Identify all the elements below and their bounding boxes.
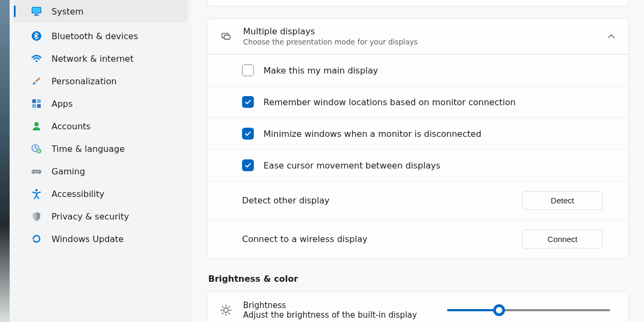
multiple-displays-header[interactable]: Multiple displays Choose the presentatio… xyxy=(208,19,628,54)
svg-rect-9 xyxy=(32,104,36,108)
sidebar-item-label: Network & internet xyxy=(52,54,134,64)
row-connect: Connect to a wireless display Connect xyxy=(208,219,628,258)
svg-rect-3 xyxy=(34,15,39,16)
sidebar-item-system[interactable]: System xyxy=(13,0,188,23)
sidebar-item-accounts[interactable]: Accounts xyxy=(10,115,191,137)
label-main-display: Make this my main display xyxy=(264,65,616,76)
sun-icon xyxy=(219,304,232,317)
clock-globe-icon xyxy=(31,143,42,154)
svg-rect-7 xyxy=(32,99,36,103)
sidebar-item-windows-update[interactable]: Windows Update xyxy=(10,228,191,250)
sidebar-item-accessibility[interactable]: Accessibility xyxy=(10,182,191,205)
sidebar-item-privacy[interactable]: Privacy & security xyxy=(10,205,191,228)
row-minimize-disconnect: Minimize windows when a monitor is disco… xyxy=(208,118,628,149)
svg-line-24 xyxy=(222,306,223,308)
slider-thumb[interactable] xyxy=(493,304,505,316)
svg-rect-8 xyxy=(37,99,41,103)
bluetooth-icon xyxy=(31,31,42,41)
svg-rect-6 xyxy=(35,77,40,83)
svg-line-25 xyxy=(229,313,230,314)
chevron-up-icon xyxy=(607,32,616,41)
displays-icon xyxy=(221,31,231,42)
multiple-displays-subtitle: Choose the presentation mode for your di… xyxy=(243,38,595,46)
accessibility-icon xyxy=(31,188,42,199)
brightness-subtitle: Adjust the brightness of the built-in di… xyxy=(243,310,436,320)
sidebar-item-label: Windows Update xyxy=(52,234,123,244)
brightness-color-heading: Brightness & color xyxy=(208,274,629,284)
monitor-icon xyxy=(31,6,42,17)
svg-rect-10 xyxy=(37,104,41,108)
label-remember-windows: Remember window locations based on monit… xyxy=(264,97,616,107)
svg-point-14 xyxy=(34,171,35,172)
settings-sidebar: System Bluetooth & devices Network & int… xyxy=(10,0,191,322)
svg-point-16 xyxy=(35,189,38,191)
sidebar-item-label: Gaming xyxy=(52,166,85,177)
sidebar-item-label: System xyxy=(52,6,84,17)
settings-main: Multiple displays Choose the presentatio… xyxy=(191,0,644,322)
svg-rect-2 xyxy=(35,14,38,15)
sidebar-item-label: Personalization xyxy=(52,76,116,86)
svg-line-27 xyxy=(229,306,230,308)
apps-icon xyxy=(31,98,42,109)
label-ease-cursor: Ease cursor movement between displays xyxy=(264,160,616,171)
checkbox-ease-cursor[interactable] xyxy=(242,159,254,171)
svg-point-15 xyxy=(38,171,39,172)
connect-button[interactable]: Connect xyxy=(522,230,603,248)
row-main-display: Make this my main display xyxy=(208,54,628,86)
label-connect: Connect to a wireless display xyxy=(242,234,513,244)
update-icon xyxy=(31,233,42,244)
wifi-icon xyxy=(31,53,42,64)
sidebar-item-bluetooth[interactable]: Bluetooth & devices xyxy=(10,25,191,47)
label-detect: Detect other display xyxy=(242,195,513,206)
multiple-displays-card: Multiple displays Choose the presentatio… xyxy=(207,18,629,259)
checkbox-main-display[interactable] xyxy=(242,64,254,76)
svg-line-26 xyxy=(222,313,223,314)
sidebar-item-label: Accessibility xyxy=(52,189,104,199)
sidebar-item-apps[interactable]: Apps xyxy=(10,92,191,115)
sidebar-item-time-language[interactable]: Time & language xyxy=(10,137,191,160)
shield-icon xyxy=(31,211,42,222)
brightness-slider[interactable] xyxy=(447,304,610,317)
svg-point-11 xyxy=(34,122,39,127)
svg-point-5 xyxy=(35,60,38,62)
svg-point-19 xyxy=(224,308,228,312)
person-icon xyxy=(31,121,42,131)
sidebar-item-label: Bluetooth & devices xyxy=(52,31,138,41)
sidebar-item-personalization[interactable]: Personalization xyxy=(10,70,191,92)
row-ease-cursor: Ease cursor movement between displays xyxy=(208,149,628,181)
svg-rect-1 xyxy=(32,8,41,13)
sidebar-item-label: Time & language xyxy=(52,144,125,154)
previous-card-edge xyxy=(207,0,629,6)
row-detect: Detect other display Detect xyxy=(208,181,628,219)
multiple-displays-title: Multiple displays xyxy=(243,26,595,36)
sidebar-item-network[interactable]: Network & internet xyxy=(10,47,191,70)
sidebar-item-label: Apps xyxy=(52,99,73,109)
detect-button[interactable]: Detect xyxy=(522,191,603,210)
label-minimize-disconnect: Minimize windows when a monitor is disco… xyxy=(264,129,616,139)
checkbox-minimize-disconnect[interactable] xyxy=(242,128,254,140)
gamepad-icon xyxy=(31,166,42,177)
sidebar-item-label: Privacy & security xyxy=(52,211,129,222)
slider-fill xyxy=(447,309,499,311)
checkbox-remember-windows[interactable] xyxy=(242,96,254,108)
sidebar-item-label: Accounts xyxy=(52,121,91,131)
desktop-wallpaper-edge xyxy=(0,0,10,322)
sidebar-item-gaming[interactable]: Gaming xyxy=(10,160,191,182)
row-remember-windows: Remember window locations based on monit… xyxy=(208,86,628,118)
brush-icon xyxy=(31,76,42,86)
brightness-title: Brightness xyxy=(243,301,436,310)
svg-rect-18 xyxy=(224,35,230,39)
brightness-card: Brightness Adjust the brightness of the … xyxy=(207,291,629,322)
